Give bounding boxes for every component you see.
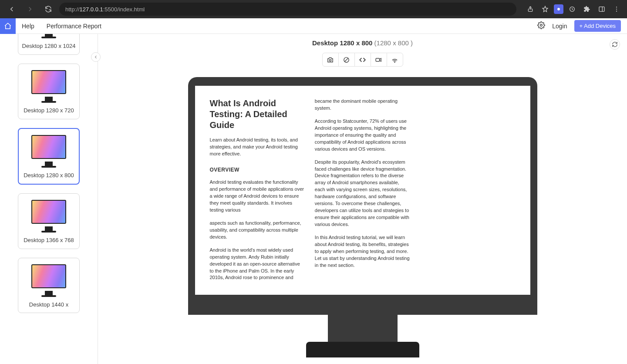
viewport-title: Desktop 1280 x 800 <box>312 39 372 47</box>
device-card-1280x720[interactable]: Desktop 1280 x 720 <box>18 64 80 119</box>
article-lead: Learn about Android testing, its tools, … <box>210 137 305 158</box>
device-card-1280x1024[interactable]: Desktop 1280 x 1024 <box>18 34 80 55</box>
record-button[interactable] <box>371 53 387 66</box>
add-devices-button[interactable]: + Add Devices <box>574 20 621 32</box>
device-sidebar: Desktop 1280 x 1024 Desktop 1280 x 720 D… <box>0 34 98 364</box>
device-card-1280x800[interactable]: Desktop 1280 x 800 <box>18 128 80 185</box>
settings-button[interactable] <box>537 21 545 31</box>
home-button[interactable] <box>0 18 16 34</box>
extensions-puzzle-icon[interactable] <box>581 3 593 15</box>
panel-icon[interactable] <box>596 3 608 15</box>
browser-chrome: http://127.0.0.1:5500/index.html <box>0 0 627 18</box>
back-button[interactable] <box>4 2 19 17</box>
viewport-header: Desktop 1280 x 800 (1280 x 800 ) <box>98 39 627 47</box>
device-mockup: What Is Android Testing: A Detailed Guid… <box>188 77 537 357</box>
article-paragraph: Android testing evaluates the functional… <box>210 179 305 214</box>
url-bar[interactable]: http://127.0.0.1:5500/index.html <box>59 3 516 16</box>
network-button[interactable] <box>387 53 403 66</box>
svg-point-9 <box>329 59 331 61</box>
article-paragraph: Despite its popularity, Android's ecosys… <box>315 159 410 228</box>
login-link[interactable]: Login <box>552 23 567 30</box>
collapse-sidebar-button[interactable] <box>91 52 101 62</box>
svg-point-6 <box>616 9 617 10</box>
refresh-preview-button[interactable] <box>610 39 620 50</box>
svg-point-5 <box>616 7 617 7</box>
article-title: What Is Android Testing: A Detailed Guid… <box>210 98 305 131</box>
screenshot-button[interactable] <box>323 53 339 66</box>
preview-screen[interactable]: What Is Android Testing: A Detailed Guid… <box>195 86 530 295</box>
svg-rect-12 <box>376 58 380 61</box>
article-paragraph: In this Android testing tutorial, we wil… <box>315 234 410 269</box>
device-label: Desktop 1366 x 768 <box>21 237 77 244</box>
extension2-icon[interactable] <box>566 3 578 15</box>
menu-dots-icon[interactable] <box>610 3 623 15</box>
device-label: Desktop 1440 x <box>21 301 77 309</box>
device-label: Desktop 1280 x 1024 <box>21 43 77 50</box>
url-prefix: http:// <box>65 6 80 13</box>
app-topbar: Help Performance Report Login + Add Devi… <box>0 18 627 34</box>
svg-line-11 <box>344 58 348 62</box>
rotate-button[interactable] <box>339 53 355 66</box>
device-label: Desktop 1280 x 800 <box>21 172 76 179</box>
device-label: Desktop 1280 x 720 <box>21 107 77 115</box>
reload-button[interactable] <box>41 2 56 17</box>
viewport-dims: (1280 x 800 ) <box>374 39 413 47</box>
url-host: 127.0.0.1 <box>80 6 103 13</box>
viewport-panel: Desktop 1280 x 800 (1280 x 800 ) What Is… <box>98 34 627 364</box>
svg-rect-3 <box>599 7 604 12</box>
help-link[interactable]: Help <box>16 23 40 30</box>
overview-heading: OVERVIEW <box>210 166 305 174</box>
forward-button[interactable] <box>23 2 37 17</box>
star-icon[interactable] <box>539 3 551 15</box>
svg-point-1 <box>557 8 560 10</box>
svg-point-7 <box>616 11 617 12</box>
performance-report-link[interactable]: Performance Report <box>40 23 108 30</box>
svg-point-13 <box>394 61 395 62</box>
device-card-1366x768[interactable]: Desktop 1366 x 768 <box>18 193 80 249</box>
svg-point-8 <box>540 24 543 26</box>
extension-icon[interactable] <box>554 4 563 14</box>
preview-toolbar <box>322 53 403 67</box>
article-paragraph: aspects such as functionality, performan… <box>210 220 305 241</box>
url-path: :5500/index.html <box>103 6 145 13</box>
article-paragraph: According to Statcounter, 72% of users u… <box>315 118 410 153</box>
devtools-button[interactable] <box>355 53 371 66</box>
device-card-1440x[interactable]: Desktop 1440 x <box>18 258 80 313</box>
share-icon[interactable] <box>524 3 536 15</box>
chrome-actions <box>524 3 623 15</box>
